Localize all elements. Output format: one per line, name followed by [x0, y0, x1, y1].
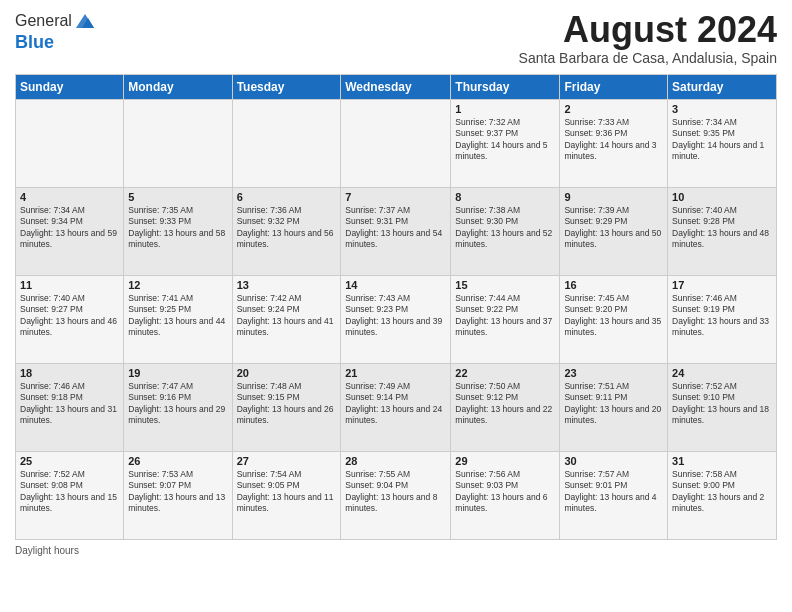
calendar-cell: 4Sunrise: 7:34 AM Sunset: 9:34 PM Daylig…: [16, 187, 124, 275]
day-info: Sunrise: 7:46 AM Sunset: 9:19 PM Dayligh…: [672, 293, 772, 339]
calendar-cell: 27Sunrise: 7:54 AM Sunset: 9:05 PM Dayli…: [232, 451, 341, 539]
calendar-week-row: 25Sunrise: 7:52 AM Sunset: 9:08 PM Dayli…: [16, 451, 777, 539]
logo-icon: [74, 10, 96, 32]
calendar-week-row: 11Sunrise: 7:40 AM Sunset: 9:27 PM Dayli…: [16, 275, 777, 363]
calendar-day-header: Sunday: [16, 74, 124, 99]
day-number: 4: [20, 191, 119, 203]
day-info: Sunrise: 7:42 AM Sunset: 9:24 PM Dayligh…: [237, 293, 337, 339]
calendar-cell: 30Sunrise: 7:57 AM Sunset: 9:01 PM Dayli…: [560, 451, 668, 539]
calendar-cell: 21Sunrise: 7:49 AM Sunset: 9:14 PM Dayli…: [341, 363, 451, 451]
calendar-cell: [16, 99, 124, 187]
calendar-table: SundayMondayTuesdayWednesdayThursdayFrid…: [15, 74, 777, 540]
day-info: Sunrise: 7:41 AM Sunset: 9:25 PM Dayligh…: [128, 293, 227, 339]
calendar-cell: 9Sunrise: 7:39 AM Sunset: 9:29 PM Daylig…: [560, 187, 668, 275]
day-info: Sunrise: 7:56 AM Sunset: 9:03 PM Dayligh…: [455, 469, 555, 515]
calendar-cell: 23Sunrise: 7:51 AM Sunset: 9:11 PM Dayli…: [560, 363, 668, 451]
day-number: 7: [345, 191, 446, 203]
calendar-cell: [232, 99, 341, 187]
day-info: Sunrise: 7:37 AM Sunset: 9:31 PM Dayligh…: [345, 205, 446, 251]
day-number: 19: [128, 367, 227, 379]
calendar-cell: 29Sunrise: 7:56 AM Sunset: 9:03 PM Dayli…: [451, 451, 560, 539]
page: General Blue August 2024 Santa Barbara d…: [0, 0, 792, 612]
calendar-cell: 14Sunrise: 7:43 AM Sunset: 9:23 PM Dayli…: [341, 275, 451, 363]
calendar-cell: 2Sunrise: 7:33 AM Sunset: 9:36 PM Daylig…: [560, 99, 668, 187]
day-info: Sunrise: 7:35 AM Sunset: 9:33 PM Dayligh…: [128, 205, 227, 251]
calendar-cell: 13Sunrise: 7:42 AM Sunset: 9:24 PM Dayli…: [232, 275, 341, 363]
day-info: Sunrise: 7:50 AM Sunset: 9:12 PM Dayligh…: [455, 381, 555, 427]
location-subtitle: Santa Barbara de Casa, Andalusia, Spain: [519, 50, 777, 66]
day-info: Sunrise: 7:47 AM Sunset: 9:16 PM Dayligh…: [128, 381, 227, 427]
calendar-cell: 26Sunrise: 7:53 AM Sunset: 9:07 PM Dayli…: [124, 451, 232, 539]
calendar-cell: [124, 99, 232, 187]
day-number: 30: [564, 455, 663, 467]
day-number: 23: [564, 367, 663, 379]
day-info: Sunrise: 7:38 AM Sunset: 9:30 PM Dayligh…: [455, 205, 555, 251]
calendar-day-header: Tuesday: [232, 74, 341, 99]
day-number: 28: [345, 455, 446, 467]
day-info: Sunrise: 7:46 AM Sunset: 9:18 PM Dayligh…: [20, 381, 119, 427]
title-block: August 2024 Santa Barbara de Casa, Andal…: [519, 10, 777, 66]
calendar-cell: 11Sunrise: 7:40 AM Sunset: 9:27 PM Dayli…: [16, 275, 124, 363]
day-info: Sunrise: 7:40 AM Sunset: 9:27 PM Dayligh…: [20, 293, 119, 339]
day-info: Sunrise: 7:55 AM Sunset: 9:04 PM Dayligh…: [345, 469, 446, 515]
calendar-day-header: Wednesday: [341, 74, 451, 99]
day-info: Sunrise: 7:34 AM Sunset: 9:34 PM Dayligh…: [20, 205, 119, 251]
day-number: 1: [455, 103, 555, 115]
day-number: 14: [345, 279, 446, 291]
day-number: 3: [672, 103, 772, 115]
calendar-cell: 24Sunrise: 7:52 AM Sunset: 9:10 PM Dayli…: [668, 363, 777, 451]
day-info: Sunrise: 7:53 AM Sunset: 9:07 PM Dayligh…: [128, 469, 227, 515]
day-number: 8: [455, 191, 555, 203]
calendar-cell: 5Sunrise: 7:35 AM Sunset: 9:33 PM Daylig…: [124, 187, 232, 275]
calendar-day-header: Monday: [124, 74, 232, 99]
day-info: Sunrise: 7:52 AM Sunset: 9:10 PM Dayligh…: [672, 381, 772, 427]
day-number: 20: [237, 367, 337, 379]
day-number: 21: [345, 367, 446, 379]
day-number: 18: [20, 367, 119, 379]
day-number: 22: [455, 367, 555, 379]
calendar-day-header: Friday: [560, 74, 668, 99]
calendar-cell: 12Sunrise: 7:41 AM Sunset: 9:25 PM Dayli…: [124, 275, 232, 363]
day-info: Sunrise: 7:33 AM Sunset: 9:36 PM Dayligh…: [564, 117, 663, 163]
calendar-cell: 17Sunrise: 7:46 AM Sunset: 9:19 PM Dayli…: [668, 275, 777, 363]
calendar-cell: 8Sunrise: 7:38 AM Sunset: 9:30 PM Daylig…: [451, 187, 560, 275]
day-info: Sunrise: 7:34 AM Sunset: 9:35 PM Dayligh…: [672, 117, 772, 163]
day-info: Sunrise: 7:48 AM Sunset: 9:15 PM Dayligh…: [237, 381, 337, 427]
day-number: 5: [128, 191, 227, 203]
calendar-cell: [341, 99, 451, 187]
day-number: 13: [237, 279, 337, 291]
logo-general-text: General: [15, 12, 72, 30]
day-info: Sunrise: 7:58 AM Sunset: 9:00 PM Dayligh…: [672, 469, 772, 515]
calendar-week-row: 1Sunrise: 7:32 AM Sunset: 9:37 PM Daylig…: [16, 99, 777, 187]
day-info: Sunrise: 7:44 AM Sunset: 9:22 PM Dayligh…: [455, 293, 555, 339]
day-info: Sunrise: 7:54 AM Sunset: 9:05 PM Dayligh…: [237, 469, 337, 515]
day-info: Sunrise: 7:32 AM Sunset: 9:37 PM Dayligh…: [455, 117, 555, 163]
calendar-week-row: 18Sunrise: 7:46 AM Sunset: 9:18 PM Dayli…: [16, 363, 777, 451]
day-info: Sunrise: 7:52 AM Sunset: 9:08 PM Dayligh…: [20, 469, 119, 515]
day-info: Sunrise: 7:39 AM Sunset: 9:29 PM Dayligh…: [564, 205, 663, 251]
calendar-cell: 19Sunrise: 7:47 AM Sunset: 9:16 PM Dayli…: [124, 363, 232, 451]
day-number: 26: [128, 455, 227, 467]
calendar-cell: 16Sunrise: 7:45 AM Sunset: 9:20 PM Dayli…: [560, 275, 668, 363]
calendar-cell: 10Sunrise: 7:40 AM Sunset: 9:28 PM Dayli…: [668, 187, 777, 275]
day-number: 17: [672, 279, 772, 291]
calendar-cell: 3Sunrise: 7:34 AM Sunset: 9:35 PM Daylig…: [668, 99, 777, 187]
footer-note: Daylight hours: [15, 545, 777, 556]
calendar-cell: 15Sunrise: 7:44 AM Sunset: 9:22 PM Dayli…: [451, 275, 560, 363]
calendar-cell: 22Sunrise: 7:50 AM Sunset: 9:12 PM Dayli…: [451, 363, 560, 451]
calendar-week-row: 4Sunrise: 7:34 AM Sunset: 9:34 PM Daylig…: [16, 187, 777, 275]
day-info: Sunrise: 7:45 AM Sunset: 9:20 PM Dayligh…: [564, 293, 663, 339]
calendar-cell: 7Sunrise: 7:37 AM Sunset: 9:31 PM Daylig…: [341, 187, 451, 275]
calendar-cell: 20Sunrise: 7:48 AM Sunset: 9:15 PM Dayli…: [232, 363, 341, 451]
calendar-header-row: SundayMondayTuesdayWednesdayThursdayFrid…: [16, 74, 777, 99]
day-number: 27: [237, 455, 337, 467]
day-number: 24: [672, 367, 772, 379]
calendar-cell: 25Sunrise: 7:52 AM Sunset: 9:08 PM Dayli…: [16, 451, 124, 539]
day-number: 31: [672, 455, 772, 467]
day-number: 10: [672, 191, 772, 203]
day-number: 11: [20, 279, 119, 291]
calendar-cell: 18Sunrise: 7:46 AM Sunset: 9:18 PM Dayli…: [16, 363, 124, 451]
day-number: 6: [237, 191, 337, 203]
calendar-day-header: Thursday: [451, 74, 560, 99]
day-number: 16: [564, 279, 663, 291]
